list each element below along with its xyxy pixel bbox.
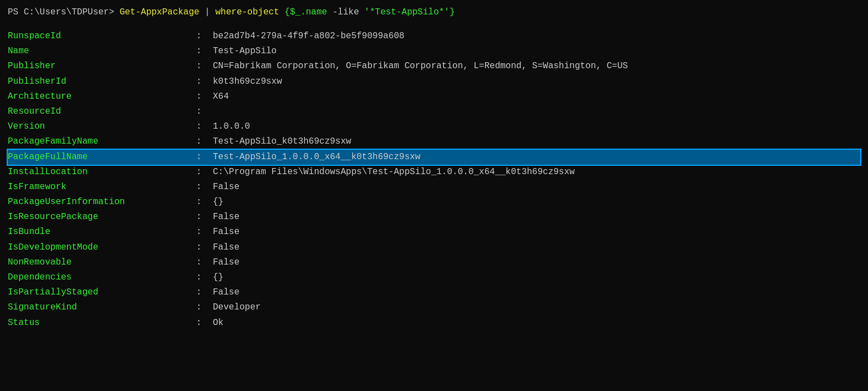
prop-colon: : [196, 255, 213, 270]
prop-name: IsResourcePackage [8, 210, 196, 225]
prop-name: NonRemovable [8, 255, 196, 270]
prop-value: 1.0.0.0 [213, 119, 860, 134]
cmd-where-object: where-object [215, 6, 279, 19]
table-row: PackageFamilyName : Test-AppSilo_k0t3h69… [8, 134, 860, 149]
prop-value: be2ad7b4-279a-4f9f-a802-be5f9099a608 [213, 29, 860, 44]
prop-name: PackageUserInformation [8, 195, 196, 210]
prop-value: False [213, 210, 860, 225]
table-row: Dependencies : {} [8, 270, 860, 285]
prop-colon: : [196, 119, 213, 134]
prop-name: InstallLocation [8, 165, 196, 180]
prop-value: {} [213, 270, 860, 285]
table-row: PackageFullName : Test-AppSilo_1.0.0.0_x… [8, 150, 860, 165]
prop-value: X64 [213, 89, 860, 104]
prop-name: Publisher [8, 59, 196, 74]
table-row: SignatureKind : Developer [8, 300, 860, 315]
prop-name: IsFramework [8, 180, 196, 195]
table-row: RunspaceId : be2ad7b4-279a-4f9f-a802-be5… [8, 29, 860, 44]
prop-value: Test-AppSilo [213, 44, 860, 59]
prop-name: PackageFamilyName [8, 134, 196, 149]
table-row: Name : Test-AppSilo [8, 44, 860, 59]
prop-value: {} [213, 195, 860, 210]
prop-colon: : [196, 270, 213, 285]
table-row: IsDevelopmentMode : False [8, 240, 860, 255]
table-row: Publisher : CN=Fabrikam Corporation, O=F… [8, 59, 860, 74]
prop-value: False [213, 285, 860, 300]
table-row: IsBundle : False [8, 225, 860, 240]
prop-name: IsBundle [8, 225, 196, 240]
prop-value [213, 104, 860, 119]
prop-colon: : [196, 180, 213, 195]
command-line: PS C:\Users\TDPUser> Get-AppxPackage | w… [8, 6, 860, 19]
prop-colon: : [196, 195, 213, 210]
prop-name: ResourceId [8, 104, 196, 119]
prop-name: IsPartiallyStaged [8, 285, 196, 300]
prop-colon: : [196, 150, 213, 165]
prop-colon: : [196, 59, 213, 74]
prop-name: PublisherId [8, 74, 196, 89]
prompt: PS C:\Users\TDPUser> [8, 6, 120, 19]
prop-colon: : [196, 134, 213, 149]
prop-name: PackageFullName [8, 150, 196, 165]
prop-colon: : [196, 300, 213, 315]
table-row: ResourceId : [8, 104, 860, 119]
prop-value: False [213, 180, 860, 195]
table-row: PublisherId : k0t3h69cz9sxw [8, 74, 860, 89]
cmd-dot-name: .name [300, 6, 327, 19]
properties-table: RunspaceId : be2ad7b4-279a-4f9f-a802-be5… [8, 29, 860, 331]
cmd-filter-string: '*Test-AppSilo*' [364, 6, 450, 19]
prop-name: SignatureKind [8, 300, 196, 315]
table-row: NonRemovable : False [8, 255, 860, 270]
prop-value: False [213, 255, 860, 270]
prop-name: Dependencies [8, 270, 196, 285]
prop-name: Name [8, 44, 196, 59]
prop-name: Version [8, 119, 196, 134]
table-row: Architecture : X64 [8, 89, 860, 104]
prop-colon: : [196, 29, 213, 44]
prop-value: CN=Fabrikam Corporation, O=Fabrikam Corp… [213, 59, 860, 74]
cmd-brace-close: } [450, 6, 455, 19]
prop-name: Status [8, 316, 196, 331]
prop-colon: : [196, 89, 213, 104]
prop-colon: : [196, 104, 213, 119]
prop-value: C:\Program Files\WindowsApps\Test-AppSil… [213, 165, 860, 180]
prop-colon: : [196, 210, 213, 225]
prop-value: Test-AppSilo_1.0.0.0_x64__k0t3h69cz9sxw [213, 150, 860, 165]
table-row: PackageUserInformation : {} [8, 195, 860, 210]
prop-value: Developer [213, 300, 860, 315]
prop-name: RunspaceId [8, 29, 196, 44]
cmd-operator: -like [327, 6, 364, 19]
cmd-get-appxpackage: Get-AppxPackage [120, 6, 200, 19]
cmd-pipe: | [200, 6, 216, 19]
cmd-dollar-var: $_ [290, 6, 300, 19]
prop-colon: : [196, 74, 213, 89]
prop-value: False [213, 225, 860, 240]
table-row: Status : Ok [8, 316, 860, 331]
prop-colon: : [196, 165, 213, 180]
table-row: Version : 1.0.0.0 [8, 119, 860, 134]
prop-colon: : [196, 240, 213, 255]
prop-value: k0t3h69cz9sxw [213, 74, 860, 89]
prop-colon: : [196, 285, 213, 300]
table-row: InstallLocation : C:\Program Files\Windo… [8, 165, 860, 180]
prop-name: IsDevelopmentMode [8, 240, 196, 255]
prop-value: False [213, 240, 860, 255]
prop-value: Ok [213, 316, 860, 331]
prop-colon: : [196, 316, 213, 331]
prop-value: Test-AppSilo_k0t3h69cz9sxw [213, 134, 860, 149]
terminal-window: PS C:\Users\TDPUser> Get-AppxPackage | w… [8, 6, 860, 331]
cmd-brace-open: { [279, 6, 290, 19]
table-row: IsPartiallyStaged : False [8, 285, 860, 300]
prop-colon: : [196, 225, 213, 240]
table-row: IsResourcePackage : False [8, 210, 860, 225]
table-row: IsFramework : False [8, 180, 860, 195]
prop-colon: : [196, 44, 213, 59]
prop-name: Architecture [8, 89, 196, 104]
